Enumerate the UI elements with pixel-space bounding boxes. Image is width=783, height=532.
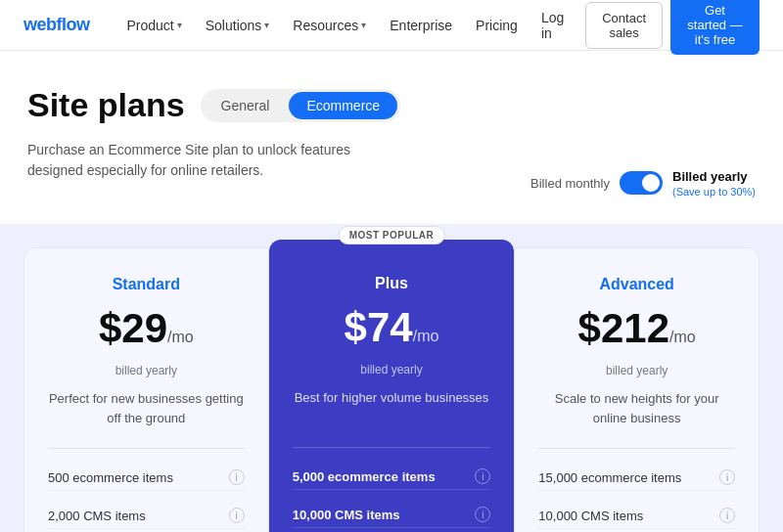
- nav-solutions[interactable]: Solutions ▾: [196, 12, 280, 39]
- plan-divider-plus: [293, 447, 491, 448]
- plan-description-advanced: Scale to new heights for your online bus…: [538, 389, 735, 432]
- plan-card-standard: Standard $29/mo billed yearly Perfect fo…: [23, 247, 269, 532]
- contact-sales-button[interactable]: Contact sales: [585, 2, 663, 49]
- plan-period-standard: /mo: [167, 329, 194, 345]
- plan-card-plus: MOST POPULAR Plus $74/mo billed yearly B…: [269, 240, 515, 532]
- plan-feature-advanced-0: 15,000 ecommerce items i: [538, 465, 735, 491]
- plan-divider-standard: [48, 448, 245, 449]
- page-wrapper: Site plans General Ecommerce Purchase an…: [0, 51, 783, 532]
- plan-price-plus: $74: [345, 304, 413, 350]
- toggle-thumb: [642, 174, 660, 192]
- plan-divider-advanced: [538, 448, 735, 449]
- page-title: Site plans: [27, 86, 185, 124]
- plan-feature-standard-1: 2,000 CMS items i: [48, 503, 245, 529]
- chevron-down-icon: ▾: [361, 20, 366, 30]
- plan-feature-text: 15,000 ecommerce items: [538, 470, 681, 485]
- plan-billed-advanced: billed yearly: [538, 364, 735, 377]
- hero-title-row: Site plans General Ecommerce: [27, 86, 756, 124]
- plan-price-advanced: $212: [578, 305, 669, 351]
- plan-feature-standard-0: 500 ecommerce items i: [48, 465, 245, 491]
- plan-price-row-advanced: $212/mo: [538, 305, 735, 352]
- plan-tab-group: General Ecommerce: [201, 89, 401, 122]
- tab-general[interactable]: General: [204, 92, 288, 119]
- logo[interactable]: webflow: [23, 15, 90, 35]
- info-icon[interactable]: i: [475, 507, 490, 522]
- plans-grid: Standard $29/mo billed yearly Perfect fo…: [23, 247, 760, 532]
- chevron-down-icon: ▾: [177, 20, 182, 30]
- plan-name-advanced: Advanced: [538, 276, 735, 293]
- plan-feature-plus-0: 5,000 ecommerce items i: [293, 464, 491, 490]
- nav-enterprise-label: Enterprise: [390, 18, 452, 33]
- billing-yearly-label: Billed yearly: [672, 169, 748, 184]
- billing-toggle[interactable]: [620, 171, 663, 195]
- info-icon[interactable]: i: [475, 468, 490, 484]
- chevron-down-icon: ▾: [264, 20, 269, 30]
- plan-feature-text: 5,000 ecommerce items: [293, 469, 436, 484]
- plan-name-plus: Plus: [293, 275, 491, 292]
- plan-period-advanced: /mo: [669, 329, 696, 345]
- plan-billed-plus: billed yearly: [293, 363, 491, 377]
- info-icon[interactable]: i: [719, 508, 735, 523]
- billing-yearly-group: Billed yearly (Save up to 30%): [672, 168, 756, 198]
- nav-product[interactable]: Product ▾: [117, 12, 192, 39]
- billing-toggle-row: Billed monthly Billed yearly (Save up to…: [530, 168, 756, 198]
- info-icon[interactable]: i: [229, 469, 245, 485]
- nav-enterprise[interactable]: Enterprise: [380, 12, 462, 39]
- hero-section: Site plans General Ecommerce Purchase an…: [0, 51, 783, 224]
- get-started-button[interactable]: Get started — it's free: [670, 0, 760, 55]
- billing-monthly-label: Billed monthly: [530, 176, 610, 191]
- nav-pricing[interactable]: Pricing: [466, 12, 528, 39]
- login-button[interactable]: Log in: [528, 3, 577, 48]
- plan-feature-text: 10,000 CMS items: [293, 508, 400, 522]
- info-icon[interactable]: i: [229, 508, 245, 523]
- plan-price-row-standard: $29/mo: [48, 305, 245, 352]
- plan-description-standard: Perfect for new businesses getting off t…: [48, 389, 245, 432]
- info-icon[interactable]: i: [719, 469, 735, 485]
- hero-subtitle: Purchase an Ecommerce Site plan to unloc…: [27, 140, 360, 181]
- nav-actions: Log in Contact sales Get started — it's …: [528, 0, 760, 55]
- tab-ecommerce[interactable]: Ecommerce: [289, 92, 397, 119]
- plan-feature-advanced-1: 10,000 CMS items i: [538, 503, 735, 529]
- nav-resources-label: Resources: [293, 18, 358, 33]
- navbar: webflow Product ▾ Solutions ▾ Resources …: [0, 0, 783, 51]
- plan-price-row-plus: $74/mo: [293, 304, 491, 351]
- plan-feature-text: 2,000 CMS items: [48, 509, 146, 523]
- nav-resources[interactable]: Resources ▾: [283, 12, 376, 39]
- nav-solutions-label: Solutions: [206, 18, 262, 33]
- plan-card-advanced: Advanced $212/mo billed yearly Scale to …: [514, 247, 760, 532]
- nav-links: Product ▾ Solutions ▾ Resources ▾ Enterp…: [117, 12, 528, 39]
- most-popular-badge: MOST POPULAR: [339, 226, 445, 244]
- plan-billed-standard: billed yearly: [48, 364, 245, 377]
- billing-save-note: (Save up to 30%): [672, 186, 756, 198]
- plans-section: Standard $29/mo billed yearly Perfect fo…: [0, 224, 783, 532]
- plan-feature-text: 10,000 CMS items: [538, 509, 643, 523]
- plan-feature-plus-1: 10,000 CMS items i: [293, 502, 491, 528]
- plan-feature-text: 500 ecommerce items: [48, 470, 173, 485]
- plan-description-plus: Best for higher volume businesses: [293, 388, 491, 431]
- plan-period-plus: /mo: [413, 328, 439, 344]
- plan-price-standard: $29: [99, 305, 167, 351]
- nav-pricing-label: Pricing: [476, 18, 518, 33]
- plan-name-standard: Standard: [48, 276, 245, 293]
- nav-product-label: Product: [127, 18, 174, 33]
